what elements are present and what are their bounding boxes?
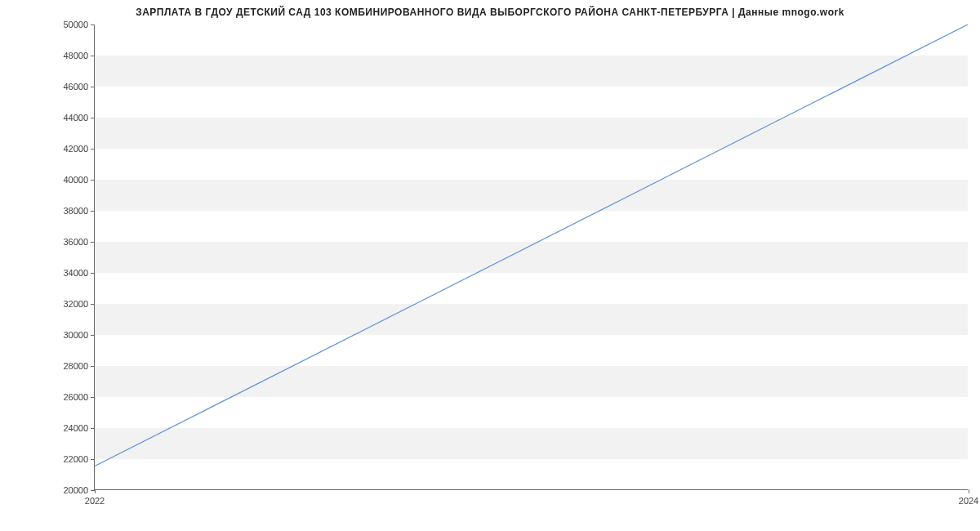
y-tick-label: 20000 [63,485,88,495]
y-tick-label: 48000 [63,51,88,60]
y-tick-label: 40000 [63,175,88,185]
x-tick-label: 2022 [85,496,105,506]
y-tick-label: 28000 [63,361,88,371]
x-tick-mark [969,489,969,493]
y-tick-label: 32000 [63,299,88,309]
x-tick-label: 2024 [959,496,978,506]
y-tick-label: 50000 [63,20,88,29]
line-series [95,25,968,489]
y-tick-label: 38000 [63,206,88,216]
plot-area: 2000022000240002600028000300003200034000… [94,25,968,490]
chart-title: ЗАРПЛАТА В ГДОУ ДЕТСКИЙ САД 103 КОМБИНИР… [0,0,980,18]
y-tick-label: 26000 [63,392,88,402]
y-tick-label: 46000 [63,82,88,91]
x-tick-mark [95,489,96,493]
y-tick-label: 34000 [63,268,88,278]
y-tick-label: 22000 [63,454,88,464]
y-tick-label: 24000 [63,423,88,433]
y-tick-label: 42000 [63,144,88,154]
y-tick-label: 44000 [63,113,88,123]
y-tick-label: 30000 [63,330,88,340]
y-tick-label: 36000 [63,237,88,247]
